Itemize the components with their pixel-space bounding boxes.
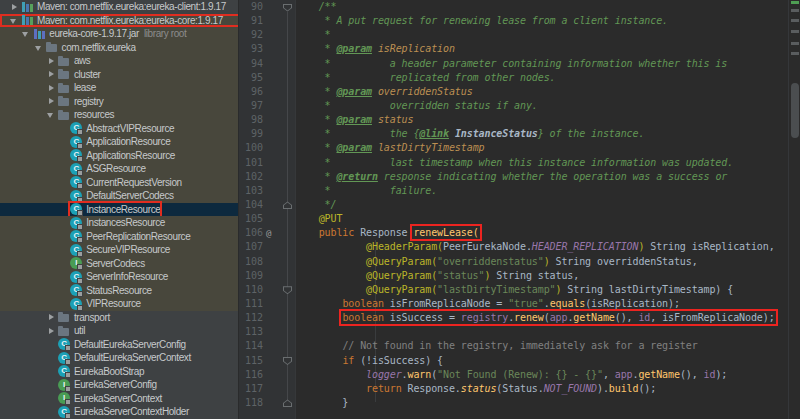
chevron-collapsed-icon[interactable] (45, 95, 58, 108)
line-number: 117 (239, 382, 263, 396)
tree-item-label: SecureVIPResource (86, 244, 170, 255)
gutter-line: 93 (239, 42, 295, 56)
gutter-line: 96 (239, 85, 295, 99)
tree-item-com-netflix-eureka[interactable]: com.netflix.eureka (0, 41, 239, 55)
chevron-expanded-icon[interactable] (33, 41, 46, 54)
arrow-spacer (57, 203, 70, 216)
code-area[interactable]: /** * A put request for renewing lease f… (295, 0, 800, 419)
tree-item-applicationsresource[interactable]: ApplicationsResource (0, 149, 239, 163)
tree-item-content: InstancesResource (70, 216, 165, 230)
error-stripe-mark-ok[interactable] (791, 1, 799, 4)
fold-start-icon[interactable] (283, 4, 292, 12)
arrow-spacer (57, 216, 70, 229)
arrow-spacer (45, 365, 58, 378)
code-token: * replicated from other nodes. (295, 72, 556, 83)
tree-item-statusresource[interactable]: StatusResource (0, 284, 239, 298)
tree-item-suffix: library root (144, 28, 186, 39)
code-token (295, 241, 366, 252)
chevron-expanded-icon[interactable] (20, 27, 33, 40)
tree-item-lease[interactable]: lease (0, 81, 239, 95)
code-line-92: * (295, 28, 800, 42)
arrow-spacer (45, 392, 58, 405)
code-line-114: // Not found in the registry, immediatel… (295, 339, 800, 353)
editor-scrollbar[interactable] (788, 0, 800, 419)
code-token: (!isSuccess) { (354, 355, 443, 366)
error-stripe-mark-info[interactable] (791, 9, 799, 12)
tree-item-label: PeerReplicationResource (86, 231, 190, 242)
error-stripe-mark-info[interactable] (791, 42, 799, 45)
tree-item-label: VIPResource (86, 298, 141, 309)
chevron-expanded-icon[interactable] (8, 14, 21, 27)
fold-start-icon[interactable] (283, 286, 292, 294)
gutter-line: 97 (239, 99, 295, 113)
error-stripe-mark-info[interactable] (791, 52, 799, 55)
chevron-collapsed-icon[interactable] (8, 0, 21, 13)
tree-item-resources[interactable]: resources (0, 108, 239, 122)
tree-item-instanceresource[interactable]: InstanceResource (0, 203, 239, 217)
error-stripe-mark-info[interactable] (791, 19, 799, 22)
code-token (295, 369, 366, 380)
tree-item-eurekaservercontext[interactable]: EurekaServerContext (0, 392, 239, 406)
class-icon (70, 149, 82, 161)
tree-item-maven-com-netflix-eureka-eureka-client-1-9-17[interactable]: Maven: com.netflix.eureka:eureka-client:… (0, 0, 239, 14)
chevron-collapsed-icon[interactable] (45, 81, 58, 94)
code-token: response indicating whether the operatio… (378, 171, 727, 182)
arrow-spacer (57, 176, 70, 189)
tree-item-registry[interactable]: registry (0, 95, 239, 109)
fold-end-icon[interactable] (283, 399, 292, 407)
chevron-expanded-icon[interactable] (45, 108, 58, 121)
class-icon (58, 338, 70, 350)
tree-item-content: EurekaServerContext (58, 392, 162, 406)
tree-item-abstractvipresource[interactable]: AbstractVIPResource (0, 122, 239, 136)
code-line-97: * overridden status if any. (295, 99, 800, 113)
line-number: 103 (239, 184, 263, 198)
tree-item-maven-com-netflix-eureka-eureka-core-1-9-17[interactable]: Maven: com.netflix.eureka:eureka-core:1.… (0, 14, 239, 28)
tree-item-applicationresource[interactable]: ApplicationResource (0, 135, 239, 149)
tree-item-serverinforesource[interactable]: ServerInfoResource (0, 270, 239, 284)
tree-item-eurekabootstrap[interactable]: EurekaBootStrap (0, 365, 239, 379)
fold-end-icon[interactable] (283, 201, 292, 209)
chevron-collapsed-icon[interactable] (45, 311, 58, 324)
code-line-90: /** (295, 0, 800, 14)
gutter-line: 110 (239, 283, 295, 297)
tree-item-content: eureka-core-1.9.17.jarlibrary root (33, 27, 186, 41)
code-token: } (295, 397, 348, 408)
tree-item-peerreplicationresource[interactable]: PeerReplicationResource (0, 230, 239, 244)
tree-item-defaulteurekaservercontext[interactable]: DefaultEurekaServerContext (0, 351, 239, 365)
line-number: 95 (239, 71, 263, 85)
tree-item-eureka-core-1-9-17-jar[interactable]: eureka-core-1.9.17.jarlibrary root (0, 27, 239, 41)
code-token: String isReplication, (644, 241, 774, 252)
tree-item-content: ASGResource (70, 162, 146, 176)
tree-item-servercodecs[interactable]: ServerCodecs (0, 257, 239, 271)
tree-item-defaultservercodecs[interactable]: DefaultServerCodecs (0, 189, 239, 203)
tree-item-transport[interactable]: transport (0, 311, 239, 325)
line-number: 107 (239, 240, 263, 254)
tree-item-vipresource[interactable]: VIPResource (0, 297, 239, 311)
code-token: getName (638, 369, 679, 380)
tree-item-asgresource[interactable]: ASGResource (0, 162, 239, 176)
tree-item-content: lease (58, 81, 96, 95)
chevron-collapsed-icon[interactable] (45, 324, 58, 337)
tree-item-eurekaserverconfig[interactable]: EurekaServerConfig (0, 378, 239, 392)
tree-item-eurekaservercontextholder[interactable]: EurekaServerContextHolder (0, 405, 239, 419)
tree-item-util[interactable]: util (0, 324, 239, 338)
tree-item-instancesresource[interactable]: InstancesResource (0, 216, 239, 230)
arrow-spacer (57, 189, 70, 202)
code-editor[interactable]: 9091929394959697989910010110210310410510… (239, 0, 800, 419)
chevron-collapsed-icon[interactable] (45, 54, 58, 67)
tree-item-defaulteurekaserverconfig[interactable]: DefaultEurekaServerConfig (0, 338, 239, 352)
chevron-collapsed-icon[interactable] (45, 68, 58, 81)
scrollbar-thumb[interactable] (791, 83, 799, 138)
tree-item-currentrequestversion[interactable]: CurrentRequestVersion (0, 176, 239, 190)
fold-start-icon[interactable] (283, 357, 292, 365)
folder-icon (58, 311, 70, 323)
gutter-line: 113 (239, 325, 295, 339)
tree-item-content: ApplicationResource (70, 135, 170, 149)
tree-item-securevipresource[interactable]: SecureVIPResource (0, 243, 239, 257)
code-line-115: if (!isSuccess) { (295, 354, 800, 368)
tree-item-cluster[interactable]: cluster (0, 68, 239, 82)
error-stripe-mark-info[interactable] (791, 30, 799, 33)
code-token: lastDirtyTimestamp (372, 142, 485, 153)
tree-item-aws[interactable]: aws (0, 54, 239, 68)
tree-item-content: EurekaBootStrap (58, 365, 144, 379)
